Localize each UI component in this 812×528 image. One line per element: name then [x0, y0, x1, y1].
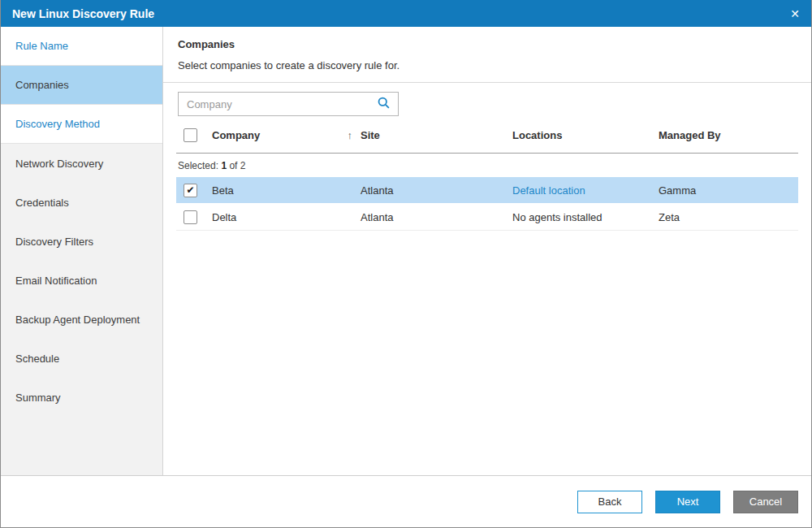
wizard-dialog: New Linux Discovery Rule ✕ Rule Name Com… [0, 0, 812, 528]
column-header-locations[interactable]: Locations [512, 129, 659, 141]
cell-company: Beta [212, 184, 361, 197]
sidebar-item-rule-name[interactable]: Rule Name [1, 27, 162, 66]
sidebar-item-email-notification: Email Notification [1, 261, 162, 300]
search-button[interactable] [369, 93, 398, 115]
window-title: New Linux Discovery Rule [12, 7, 154, 20]
sidebar-item-summary: Summary [1, 378, 162, 417]
table-header-row: Company ↑ Site Locations Managed By [176, 128, 798, 154]
cell-managed-by: Zeta [659, 211, 798, 223]
row-checkbox-checked[interactable]: ✔ [184, 184, 197, 197]
wizard-footer: Back Next Cancel [1, 475, 811, 527]
cancel-button[interactable]: Cancel [733, 491, 798, 513]
sidebar-item-network-discovery: Network Discovery [1, 144, 162, 183]
back-button[interactable]: Back [577, 491, 642, 513]
title-bar: New Linux Discovery Rule ✕ [1, 0, 811, 27]
search-icon [377, 96, 391, 112]
check-icon: ✔ [186, 185, 194, 195]
page-description: Select companies to create a discovery r… [178, 59, 798, 71]
page-title: Companies [178, 38, 798, 50]
column-header-company[interactable]: Company ↑ [212, 129, 361, 141]
sidebar-item-companies[interactable]: Companies [1, 66, 162, 105]
column-header-site[interactable]: Site [361, 129, 512, 141]
cell-site: Atlanta [361, 211, 512, 223]
header-divider [163, 82, 811, 83]
column-header-company-label: Company [212, 129, 260, 141]
sort-ascending-icon[interactable]: ↑ [348, 129, 353, 141]
select-all-checkbox[interactable] [184, 128, 197, 142]
sidebar-item-backup-agent-deployment: Backup Agent Deployment [1, 300, 162, 339]
table-row[interactable]: Delta Atlanta No agents installed Zeta [176, 204, 798, 231]
next-button[interactable]: Next [655, 491, 720, 513]
cell-managed-by: Gamma [659, 184, 798, 197]
search-input[interactable] [179, 98, 369, 110]
selection-summary-label: Selected: [178, 160, 218, 171]
sidebar-item-credentials: Credentials [1, 183, 162, 222]
sidebar-item-schedule: Schedule [1, 339, 162, 378]
cell-locations: Default location [512, 184, 659, 197]
row-checkbox-unchecked[interactable] [184, 210, 197, 224]
column-header-managed-by[interactable]: Managed By [659, 129, 798, 141]
wizard-steps-sidebar: Rule Name Companies Discovery Method Net… [1, 27, 163, 475]
cell-locations: No agents installed [512, 211, 659, 223]
cell-site: Atlanta [361, 184, 512, 197]
company-search-box [178, 92, 399, 116]
step-content: Companies Select companies to create a d… [163, 27, 811, 475]
sidebar-item-discovery-filters: Discovery Filters [1, 222, 162, 261]
table-row[interactable]: ✔ Beta Atlanta Default location Gamma [176, 177, 798, 204]
default-location-link[interactable]: Default location [512, 184, 585, 197]
close-icon[interactable]: ✕ [790, 8, 800, 19]
selection-summary: Selected: 1 of 2 [178, 160, 798, 171]
sidebar-item-discovery-method[interactable]: Discovery Method [1, 105, 162, 144]
company-table-body: ✔ Beta Atlanta Default location Gamma De… [176, 177, 798, 231]
selection-summary-count: 1 [221, 160, 227, 171]
selection-summary-total: of 2 [229, 160, 245, 171]
cell-company: Delta [212, 211, 361, 223]
